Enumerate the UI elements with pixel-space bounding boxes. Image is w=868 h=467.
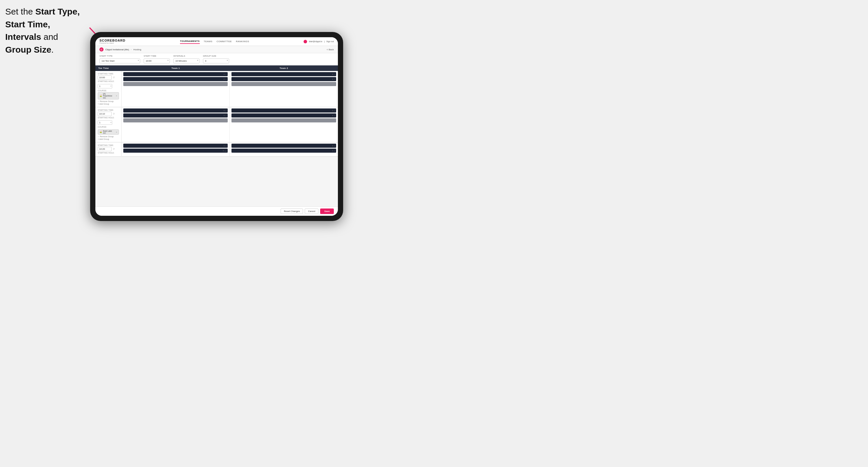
bottom-bar: Reset Changes Cancel Save <box>95 207 338 216</box>
g2-hole-label: STARTING HOLE: <box>98 117 119 119</box>
tab-tournaments[interactable]: TOURNAMENTS <box>180 39 200 44</box>
start-time-select[interactable]: 10:00 <box>144 58 170 63</box>
g2-remove-label: Remove Group <box>100 135 114 137</box>
group-2-row: STARTING TIME: ⏱ STARTING HOLE: 12 COURS… <box>95 107 338 142</box>
g2-t1-player1: × ○ <box>123 108 228 113</box>
g2-t1-player2: × ○ <box>123 114 228 118</box>
instruction-bold3: Intervals <box>5 32 41 41</box>
g1-starting-time-label: STARTING TIME: <box>98 73 119 75</box>
g3-team2-cell: × ○ × ○ <box>230 143 338 156</box>
g2-add-group-btn[interactable]: + Add Group <box>98 138 119 140</box>
intervals-select[interactable]: 10 Minutes 8 Minutes <box>173 58 199 63</box>
g2-hole-select[interactable]: 12 <box>98 120 112 125</box>
remove-player-icon[interactable]: × ○ <box>224 73 226 75</box>
g2-course-label: COURSE: <box>98 126 119 128</box>
start-time-label: Start Time <box>144 55 170 57</box>
g2-hole-stepper: 12 <box>98 119 112 125</box>
tablet-screen: SCOREBOARD Powered by clippd TOURNAMENTS… <box>95 37 338 216</box>
g1-teams: × ○ × ○ × ○ × ○ <box>122 71 338 107</box>
brand-icon: C <box>99 48 103 52</box>
remove-player-icon[interactable]: × ○ <box>332 73 335 75</box>
g1-t2-empty <box>231 82 336 86</box>
g2-actions: ○ Remove Group + Add Group <box>98 135 119 140</box>
flag-icon-2: ⛳ <box>99 131 102 133</box>
breadcrumb-tournament[interactable]: Clippd Invitational (Me) <box>105 48 129 51</box>
intervals-wrapper: 10 Minutes 8 Minutes <box>173 58 199 63</box>
user-email: blair@clippd.io <box>309 40 322 42</box>
remove-circle-icon: ○ <box>98 100 99 102</box>
cancel-button[interactable]: Cancel <box>305 209 318 214</box>
g1-t1-player1: × ○ <box>123 72 228 76</box>
group-size-select[interactable]: 3 4 2 <box>203 58 229 63</box>
remove-player-icon[interactable]: × ○ <box>224 110 226 112</box>
separator: | <box>324 40 324 42</box>
remove-player-icon[interactable]: × ○ <box>332 78 335 80</box>
schedule-table: Tee Time Team 1 Team 2 STARTING TIME: ⏱ … <box>95 65 338 207</box>
user-avatar <box>304 40 307 43</box>
g1-t2-player2: × ○ <box>231 77 336 81</box>
g1-add-label: + Add Group <box>98 103 109 105</box>
header-team1: Team 1 <box>122 65 230 71</box>
g1-hole-label: STARTING HOLE: <box>98 80 119 82</box>
save-button[interactable]: Save <box>320 209 334 214</box>
g3-t1-player2: × — <box>123 149 228 153</box>
g3-starting-time-label: STARTING TIME: <box>98 144 119 146</box>
start-time-wrapper: 10:00 <box>144 58 170 63</box>
breadcrumb-bar: C Clippd Invitational (Me) › Hosting < B… <box>95 46 338 53</box>
start-type-select[interactable]: 1st Tee Start Shotgun Start <box>99 58 140 63</box>
g2-add-label: + Add Group <box>98 138 109 140</box>
group-3-row: STARTING TIME: ⏱ STARTING HOLE: × ○ <box>95 143 338 156</box>
start-type-group: Start Type 1st Tee Start Shotgun Start <box>99 55 140 63</box>
g2-course-remove-x[interactable]: × <box>116 131 117 133</box>
group-3-left: STARTING TIME: ⏱ STARTING HOLE: <box>95 143 122 156</box>
g1-course-remove-x[interactable]: × <box>116 94 117 97</box>
nav-tabs: TOURNAMENTS TEAMS COMMITTEE RANKINGS <box>180 39 249 44</box>
nav-bar: SCOREBOARD Powered by clippd TOURNAMENTS… <box>95 37 338 46</box>
instruction-bold4: Group Size <box>5 45 51 54</box>
g1-hole-select[interactable]: 12 <box>98 84 112 88</box>
g1-add-group-btn[interactable]: + Add Group <box>98 103 119 105</box>
g2-t2-player2: × ○ <box>231 114 336 118</box>
g3-t1-player1: × ○ <box>123 144 228 148</box>
instruction-prefix: Set the <box>5 7 35 16</box>
tab-teams[interactable]: TEAMS <box>204 39 213 43</box>
logo-subtext: Powered by clippd <box>99 42 125 44</box>
flag-icon: ⛳ <box>99 95 102 97</box>
g1-remove-label: Remove Group <box>100 100 114 102</box>
g2-t1-empty <box>123 118 228 122</box>
g3-hole-label: STARTING HOLE: <box>98 152 119 154</box>
g2-remove-group-btn[interactable]: ○ Remove Group <box>98 135 119 137</box>
group-1-row: STARTING TIME: ⏱ STARTING HOLE: 12 COURS… <box>95 71 338 107</box>
intervals-label: Intervals <box>173 55 199 57</box>
group-size-label: Group Size <box>203 55 229 57</box>
group-size-wrapper: 3 4 2 <box>203 58 229 63</box>
back-button[interactable]: < Back <box>327 48 334 51</box>
remove-player-icon[interactable]: × ○ <box>224 78 226 80</box>
sign-out-link[interactable]: Sign out <box>326 40 334 42</box>
reset-changes-button[interactable]: Reset Changes <box>281 209 303 214</box>
g2-t2-empty <box>231 118 336 122</box>
group-2-left: STARTING TIME: ⏱ STARTING HOLE: 12 COURS… <box>95 107 122 142</box>
g2-starting-time-input[interactable] <box>98 112 112 116</box>
g2-course-tag: ⛳ East Lake GC × <box>98 129 119 135</box>
g1-course-name: (A) Peachtree GC <box>103 93 114 99</box>
remove-player-icon[interactable]: × ○ <box>332 110 335 112</box>
tab-committee[interactable]: COMMITTEE <box>217 39 232 43</box>
remove-player-icon[interactable]: × ○ <box>224 115 226 117</box>
remove-player-icon[interactable]: × ○ <box>332 145 335 147</box>
remove-player-icon[interactable]: × ○ <box>332 150 335 152</box>
nav-user: blair@clippd.io | Sign out <box>304 40 334 43</box>
instruction-text: Set the Start Type, Start Time, Interval… <box>5 5 80 56</box>
breadcrumb-separator: › <box>131 48 132 51</box>
remove-player-icon[interactable]: × — <box>223 150 226 152</box>
g1-starting-time-input[interactable] <box>98 75 112 80</box>
g3-starting-time-input[interactable] <box>98 147 112 151</box>
g2-starting-time-label: STARTING TIME: <box>98 109 119 111</box>
tab-rankings[interactable]: RANKINGS <box>236 39 249 43</box>
breadcrumb-left: C Clippd Invitational (Me) › Hosting <box>99 48 141 52</box>
remove-player-icon[interactable]: × ○ <box>332 115 335 117</box>
remove-player-icon[interactable]: × ○ <box>224 145 226 147</box>
g1-t1-empty <box>123 82 228 86</box>
g1-remove-group-btn[interactable]: ○ Remove Group <box>98 100 119 102</box>
g2-t2-player1: × ○ <box>231 108 336 113</box>
